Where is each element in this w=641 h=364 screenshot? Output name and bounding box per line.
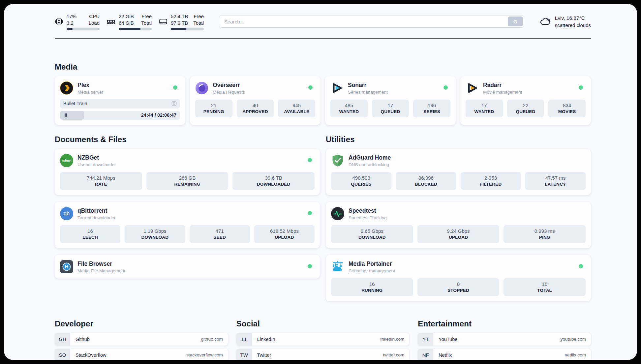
weather-location-temp: Lviv, 16.87°C [555, 15, 591, 22]
bookmark-linkedin[interactable]: LI LinkedIn linkedin.com [236, 333, 410, 346]
stat-seed: 471SEED [190, 225, 250, 243]
app-name: File Browser [77, 260, 125, 267]
section-title-utilities: Utilities [326, 135, 591, 144]
qbittorrent-icon: qb [60, 207, 73, 220]
stat-remaining: 266 GBREMAINING [146, 172, 229, 190]
app-card-portainer[interactable]: Media Portainer Container management 16R… [326, 255, 591, 301]
search-input[interactable] [219, 15, 524, 28]
adguard-icon [331, 154, 344, 167]
bookmark-url: stackoverflow.com [186, 352, 223, 357]
bookmark-name: Github [76, 337, 90, 342]
app-card-overseerr[interactable]: Overseerr Media Requests 21PENDING 40APP… [190, 76, 320, 125]
app-card-sonarr[interactable]: Sonarr Series management 485WANTED 17QUE… [325, 76, 456, 125]
app-desc: Media server [77, 90, 103, 95]
now-playing-title: Bullet Train [63, 101, 87, 106]
weather-widget[interactable]: Lviv, 16.87°C scattered clouds [539, 15, 591, 29]
status-online-dot [308, 85, 313, 90]
sonarr-icon [330, 81, 344, 95]
app-desc: Media File Management [77, 268, 125, 273]
storage-labels: FreeTotal [193, 13, 204, 26]
app-name: qBittorrent [77, 207, 116, 214]
app-desc: Speedtest Tracking [349, 215, 387, 220]
stat-stopped: 0STOPPED [417, 278, 500, 296]
playback-time: 24:44 / 02:06:47 [141, 112, 176, 118]
section-title-entertainment: Entertainment [418, 319, 591, 328]
stat-available: 945AVAILABLE [278, 100, 315, 117]
status-online-dot [443, 85, 448, 90]
ram-values: 22 GiB64 GiB [119, 13, 134, 26]
cpu-usage-bar [67, 28, 100, 30]
app-card-adguard[interactable]: AdGuard Home DNS and adblocking 498,508Q… [326, 149, 591, 195]
bookmark-name: StackOverflow [76, 352, 106, 358]
storage-icon [159, 17, 168, 26]
app-card-speedtest[interactable]: Speedtest Speedtest Tracking 9.65 GbpsDO… [326, 202, 591, 248]
stat-download: 1.19 GbpsDOWNLOAD [125, 225, 185, 243]
stat-rate: 744.21 MbpsRATE [60, 172, 142, 190]
app-name: Sonarr [348, 82, 388, 89]
bookmark-abbr: SO [55, 349, 70, 360]
stat-latency: 47.57 msLATENCY [525, 172, 586, 190]
bookmark-twitter[interactable]: TW Twitter twitter.com [236, 349, 410, 360]
app-name: AdGuard Home [349, 154, 391, 161]
app-name: Overseerr [213, 82, 245, 89]
cpu-icon [55, 17, 63, 26]
app-card-nzbget[interactable]: nzbget NZBGet Usenet downloader 744.21 M… [55, 149, 320, 195]
status-online-dot [308, 211, 312, 215]
bookmark-netflix[interactable]: NF Netflix netflix.com [418, 349, 591, 360]
status-online-dot [308, 264, 312, 268]
stat-wanted: 17WANTED [466, 100, 503, 117]
portainer-icon [331, 260, 344, 273]
radarr-icon [466, 81, 479, 95]
app-card-radarr[interactable]: Radarr Movie management 17WANTED 22QUEUE… [460, 76, 591, 125]
bookmark-stackoverflow[interactable]: SO StackOverflow stackoverflow.com [55, 349, 228, 360]
ram-monitor: 22 GiB64 GiB FreeTotal [107, 13, 152, 30]
section-title-developer: Developer [55, 319, 228, 328]
stat-series: 196SERIES [413, 100, 450, 117]
cpu-monitor: 17%3.2 CPULoad [55, 13, 100, 30]
bookmark-name: Twitter [257, 352, 271, 358]
bookmark-github[interactable]: GH Github github.com [55, 333, 228, 346]
app-desc: Usenet downloader [77, 162, 116, 167]
top-bar: 17%3.2 CPULoad [55, 4, 591, 30]
app-desc: Media Requests [213, 90, 245, 95]
cpu-values: 17%3.2 [67, 13, 76, 26]
bookmark-url: twitter.com [383, 352, 405, 357]
app-card-plex[interactable]: Plex Media server Bullet Train [55, 76, 185, 125]
app-card-filebrowser[interactable]: File Browser Media File Management [55, 255, 320, 279]
bookmark-abbr: TW [236, 349, 252, 360]
pause-button[interactable] [64, 113, 68, 117]
bookmark-url: netflix.com [565, 352, 586, 357]
bookmark-url: github.com [201, 337, 223, 342]
stat-queries: 498,508QUERIES [331, 172, 391, 190]
bookmark-abbr: NF [418, 349, 433, 360]
app-desc: Container management [349, 268, 395, 273]
app-name: Media Portainer [349, 260, 395, 267]
stat-pending: 21PENDING [195, 100, 232, 117]
dashboard-page: 17%3.2 CPULoad [4, 4, 637, 360]
bookmark-name: LinkedIn [257, 337, 275, 342]
search-engine-button[interactable]: G [508, 16, 523, 26]
ram-usage-bar [119, 28, 152, 30]
app-desc: Torrent downloader [77, 215, 116, 220]
bookmark-youtube[interactable]: YT YouTube youtube.com [418, 333, 591, 346]
app-card-qbittorrent[interactable]: qb qBittorrent Torrent downloader 16LEEC… [55, 202, 320, 248]
stat-upload: 9.24 GbpsUPLOAD [417, 225, 500, 243]
bookmark-url: youtube.com [561, 337, 586, 342]
hardware-monitors: 17%3.2 CPULoad [55, 13, 204, 30]
bookmark-abbr: LI [236, 333, 252, 346]
app-name: Radarr [483, 82, 522, 89]
storage-usage-bar [171, 28, 204, 30]
stat-running: 16RUNNING [331, 278, 413, 296]
cloud-icon [539, 15, 551, 27]
storage-monitor: 52.4 TB97.9 TB FreeTotal [159, 13, 204, 30]
ram-icon [107, 17, 115, 26]
session-icon [171, 101, 177, 106]
stat-leech: 16LEECH [60, 225, 120, 243]
app-desc: DNS and adblocking [349, 162, 391, 167]
search-bar: G [219, 15, 524, 28]
stat-queued: 22QUEUED [507, 100, 544, 117]
bookmark-name: Netflix [439, 352, 452, 358]
section-title-media: Media [55, 62, 591, 72]
stat-approved: 40APPROVED [237, 100, 274, 117]
status-online-dot [579, 264, 583, 268]
